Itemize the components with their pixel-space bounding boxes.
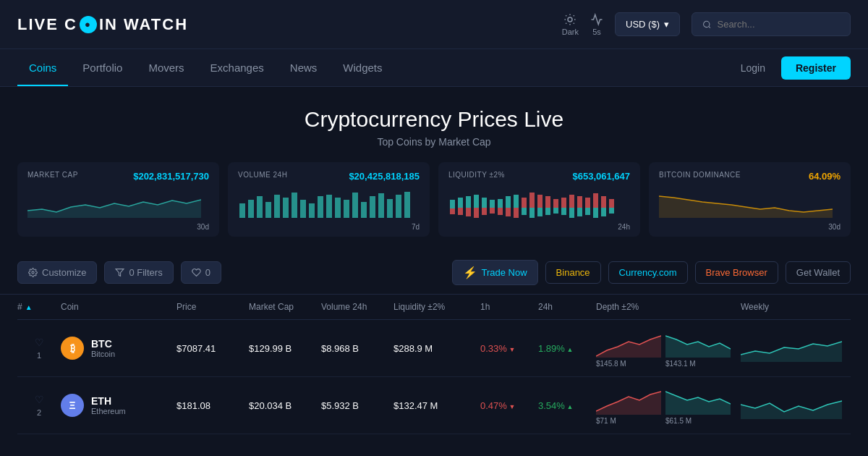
svg-rect-7 (265, 202, 271, 218)
btc-depth-ask-chart (665, 329, 731, 358)
svg-rect-35 (490, 208, 495, 214)
hero-title: Cryptocurrency Prices Live (17, 107, 851, 132)
search-box[interactable] (692, 12, 851, 36)
col-price[interactable]: Price (176, 302, 249, 312)
theme-toggle[interactable]: Dark (562, 13, 579, 36)
customize-button[interactable]: Customize (17, 261, 97, 284)
eth-favorite-icon[interactable]: ♡ (35, 394, 44, 405)
col-weekly[interactable]: Weekly (741, 302, 856, 312)
col-rank[interactable]: # ▲ (17, 302, 61, 312)
stat-card-dominance: BITCOIN DOMINANCE 64.09% 30d (649, 162, 851, 237)
col-coin[interactable]: Coin (61, 302, 176, 312)
btc-favorite-icon[interactable]: ♡ (35, 337, 44, 348)
nav-item-widgets[interactable]: Widgets (331, 49, 393, 86)
svg-marker-71 (741, 342, 842, 362)
svg-rect-50 (553, 199, 558, 208)
svg-rect-18 (361, 202, 367, 218)
nav-item-news[interactable]: News (278, 49, 329, 86)
brave-browser-button[interactable]: Brave Browser (695, 261, 778, 284)
col-depth[interactable]: Depth ±2% (596, 302, 741, 312)
svg-rect-19 (370, 196, 375, 218)
logo: LIVE C ● IN WATCH (17, 15, 188, 34)
btc-ticker: BTC (91, 338, 115, 350)
get-wallet-button[interactable]: Get Wallet (786, 261, 851, 284)
col-marketcap[interactable]: Market Cap (249, 302, 321, 312)
filter-icon (115, 268, 124, 277)
stat-period-liquidity: 24h (448, 223, 630, 231)
customize-label: Customize (42, 267, 86, 278)
svg-rect-64 (609, 199, 614, 208)
btc-coin-info[interactable]: ₿ BTC Bitcoin (61, 337, 176, 360)
coin-table: # ▲ Coin Price Market Cap Volume 24h Liq… (0, 295, 868, 434)
svg-rect-43 (522, 208, 527, 215)
nav-item-exchanges[interactable]: Exchanges (199, 49, 276, 86)
filters-label: 0 Filters (129, 267, 162, 278)
svg-rect-24 (450, 200, 455, 208)
btc-name: Bitcoin (91, 350, 115, 358)
favorites-button[interactable]: 0 (181, 261, 221, 284)
col-1h[interactable]: 1h (480, 302, 538, 312)
eth-change-1h: 0.47% (480, 400, 538, 411)
brave-browser-label: Brave Browser (706, 267, 767, 278)
svg-rect-62 (601, 196, 606, 208)
svg-rect-45 (529, 208, 535, 218)
eth-coin-info[interactable]: Ξ ETH Ethereum (61, 394, 176, 417)
stat-chart-marketcap (27, 189, 201, 218)
nav: Coins Portfolio Movers Exchanges News Wi… (0, 49, 868, 87)
search-input[interactable] (717, 19, 840, 30)
col-liquidity[interactable]: Liquidity ±2% (393, 302, 480, 312)
binance-label: Binance (556, 267, 590, 278)
refresh-icon (590, 13, 603, 26)
stat-label-liquidity: LIQUIDITY ±2% (448, 171, 505, 179)
favorites-label: 0 (205, 267, 210, 278)
svg-marker-68 (116, 269, 124, 276)
eth-depth-bid-value: $71 M (596, 417, 661, 425)
svg-rect-61 (593, 208, 598, 218)
svg-rect-31 (474, 208, 479, 218)
stat-label-marketcap: MARKET CAP (27, 171, 78, 179)
filters-button[interactable]: 0 Filters (104, 261, 173, 284)
svg-rect-12 (309, 203, 315, 218)
col-volume[interactable]: Volume 24h (321, 302, 393, 312)
logo-text-1: LIVE C (17, 15, 77, 34)
binance-button[interactable]: Binance (545, 261, 601, 284)
login-button[interactable]: Login (732, 58, 774, 78)
svg-rect-30 (474, 195, 479, 208)
btc-weekly (741, 333, 856, 364)
eth-depth: $71 M $61.5 M (596, 386, 741, 425)
svg-rect-54 (569, 195, 574, 208)
refresh-label: 5s (592, 28, 601, 36)
col-24h[interactable]: 24h (538, 302, 596, 312)
eth-volume: $5.932 B (321, 400, 393, 411)
btc-marketcap: $129.99 B (249, 343, 321, 354)
eth-name: Ethereum (91, 407, 126, 415)
stat-label-dominance: BITCOIN DOMINANCE (659, 171, 741, 179)
trade-now-button[interactable]: ⚡ Trade Now (452, 260, 538, 285)
btc-depth-ask-value: $143.1 M (665, 360, 731, 368)
refresh-toggle[interactable]: 5s (590, 13, 603, 36)
svg-rect-65 (609, 208, 614, 214)
currency-selector[interactable]: USD ($) ▾ (615, 12, 680, 36)
svg-rect-37 (498, 208, 503, 215)
stat-label-volume: VOLUME 24H (238, 171, 287, 179)
svg-rect-9 (283, 198, 289, 218)
nav-item-portfolio[interactable]: Portfolio (71, 49, 134, 86)
register-button[interactable]: Register (781, 56, 851, 80)
svg-rect-52 (561, 198, 566, 208)
currency-com-button[interactable]: Currency.com (608, 261, 688, 284)
nav-links: Coins Portfolio Movers Exchanges News Wi… (17, 49, 394, 86)
stat-period-dominance: 30d (659, 223, 841, 231)
nav-item-coins[interactable]: Coins (17, 49, 68, 86)
svg-rect-6 (257, 196, 263, 218)
svg-rect-11 (300, 200, 306, 218)
hero-section: Cryptocurrency Prices Live Top Coins by … (0, 87, 868, 162)
svg-rect-15 (335, 198, 341, 218)
btc-liquidity: $288.9 M (393, 343, 480, 354)
svg-marker-70 (665, 336, 731, 358)
hero-subtitle: Top Coins by Market Cap (17, 136, 851, 148)
stat-card-marketcap: MARKET CAP $202,831,517,730 30d (17, 162, 219, 237)
svg-rect-27 (458, 208, 463, 215)
svg-marker-72 (596, 392, 661, 415)
nav-item-movers[interactable]: Movers (137, 49, 195, 86)
svg-rect-51 (553, 208, 558, 214)
